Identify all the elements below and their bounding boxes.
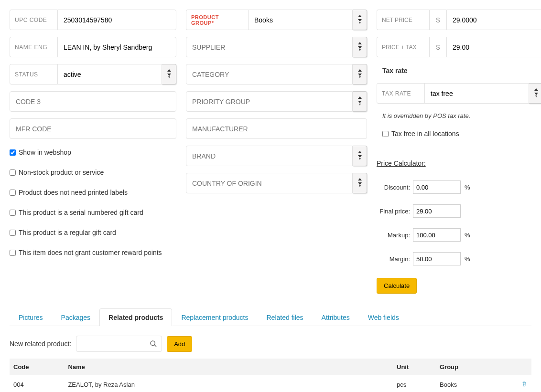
markup-input[interactable] [413, 228, 461, 242]
net-price-label: NET PRICE [377, 10, 429, 30]
related-products-table: CodeNameUnitGroup 004ZEALOT, by Reza Asl… [10, 359, 531, 392]
svg-line-1 [154, 345, 156, 347]
tab-related-files[interactable]: Related files [258, 308, 313, 326]
country-origin-select[interactable] [186, 173, 353, 193]
net-price-currency: $ [429, 10, 446, 30]
margin-unit: % [465, 255, 470, 263]
category-select[interactable] [186, 64, 353, 85]
code3-input[interactable] [10, 91, 176, 112]
show-webshop-checkbox[interactable] [10, 149, 16, 156]
price-tax-currency: $ [429, 37, 446, 57]
name-eng-input[interactable] [57, 37, 176, 57]
priority-group-dropdown-icon[interactable]: ▾ [353, 91, 367, 112]
nolabels-label: Product does not need printed labels [19, 189, 128, 196]
add-button[interactable]: Add [167, 336, 192, 352]
markup-unit: % [465, 232, 470, 239]
svg-point-0 [151, 341, 155, 345]
product-group-select[interactable] [248, 10, 353, 30]
taxfree-all-checkbox[interactable] [382, 131, 389, 137]
norewards-label: This item does not grant customer reward… [19, 249, 162, 256]
search-icon[interactable] [150, 340, 157, 348]
upc-code-input[interactable] [57, 10, 176, 30]
status-dropdown-icon[interactable]: ▾ [162, 64, 176, 85]
finalprice-label: Final price: [377, 208, 410, 215]
tax-rate-select[interactable] [424, 83, 529, 104]
show-webshop-label: Show in webshop [19, 148, 71, 156]
col-unit: Unit [393, 359, 436, 375]
col-code: Code [10, 359, 64, 375]
cell-unit: pcs [393, 375, 436, 392]
category-dropdown-icon[interactable]: ▾ [353, 64, 367, 85]
country-origin-dropdown-icon[interactable]: ▾ [353, 173, 367, 193]
tab-replacement-products[interactable]: Replacement products [172, 308, 257, 326]
discount-label: Discount: [377, 184, 410, 191]
upc-code-label: UPC CODE [10, 10, 57, 30]
tax-override-note: It is overridden by POS tax rate. [382, 112, 541, 119]
regular-giftcard-checkbox[interactable] [10, 230, 16, 236]
discount-input[interactable] [413, 180, 461, 194]
price-tax-input[interactable] [446, 37, 541, 57]
tax-rate-label: TAX RATE [377, 83, 424, 104]
price-calculator-title: Price Calculator: [377, 159, 541, 167]
brand-dropdown-icon[interactable]: ▾ [353, 146, 367, 166]
tab-packages[interactable]: Packages [52, 308, 99, 326]
status-select[interactable] [57, 64, 162, 85]
norewards-checkbox[interactable] [10, 250, 16, 256]
priority-group-select[interactable] [186, 91, 353, 112]
status-label: STATUS [10, 64, 57, 85]
taxfree-all-label: Tax free in all locations [391, 130, 459, 138]
nolabels-checkbox[interactable] [10, 190, 16, 196]
cell-code: 004 [10, 375, 64, 392]
cell-group: Books [436, 375, 512, 392]
tab-attributes[interactable]: Attributes [313, 308, 359, 326]
margin-label: Margin: [377, 255, 410, 263]
table-row: 004ZEALOT, by Reza AslanpcsBooks [10, 375, 531, 392]
product-group-dropdown-icon[interactable]: ▾ [353, 10, 367, 30]
discount-unit: % [465, 184, 470, 191]
col-name: Name [64, 359, 393, 375]
nonstock-checkbox[interactable] [10, 170, 16, 176]
tab-web-fields[interactable]: Web fields [359, 308, 408, 326]
product-group-label: PRODUCT GROUP* [186, 10, 248, 30]
tax-rate-dropdown-icon[interactable]: ▾ [529, 83, 541, 104]
trash-icon[interactable] [521, 382, 528, 389]
calculate-button[interactable]: Calculate [377, 278, 417, 294]
markup-label: Markup: [377, 232, 410, 239]
new-related-label: New related product: [10, 340, 71, 348]
brand-select[interactable] [186, 146, 353, 166]
manufacturer-input[interactable] [186, 118, 367, 139]
mfr-code-input[interactable] [10, 118, 176, 139]
net-price-input[interactable] [446, 10, 541, 30]
margin-input[interactable] [413, 252, 461, 265]
price-tax-label: PRICE + TAX [377, 37, 429, 57]
tax-rate-title: Tax rate [382, 67, 541, 74]
tab-related-products[interactable]: Related products [99, 308, 172, 326]
col-group: Group [436, 359, 512, 375]
name-eng-label: NAME ENG [10, 37, 57, 57]
supplier-select[interactable] [186, 37, 353, 57]
serial-giftcard-checkbox[interactable] [10, 210, 16, 216]
serial-giftcard-label: This product is a serial numbered gift c… [19, 209, 143, 216]
cell-name: ZEALOT, by Reza Aslan [64, 375, 393, 392]
tab-pictures[interactable]: Pictures [10, 308, 52, 326]
supplier-dropdown-icon[interactable]: ▾ [353, 37, 367, 57]
regular-giftcard-label: This product is a regular gift card [19, 229, 116, 236]
related-product-search-input[interactable] [76, 336, 162, 352]
finalprice-input[interactable] [413, 204, 461, 218]
nonstock-label: Non-stock product or service [19, 169, 104, 176]
